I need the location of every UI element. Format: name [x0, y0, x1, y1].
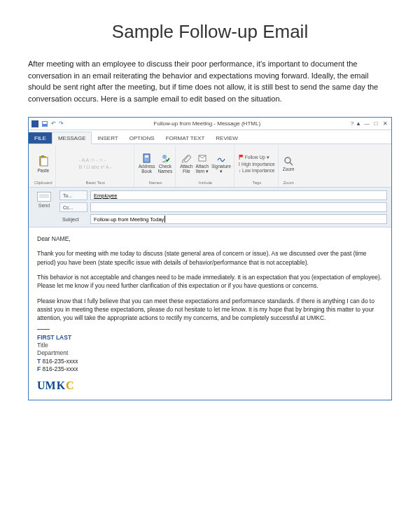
ribbon-group-label: Zoom: [283, 180, 293, 186]
cc-button[interactable]: Cc...: [59, 202, 88, 212]
svg-point-8: [162, 155, 167, 159]
redo-icon[interactable]: ↷: [59, 120, 64, 127]
attach-item-button[interactable]: Attach Item ▾: [196, 153, 209, 174]
flag-icon: [239, 155, 244, 160]
save-icon[interactable]: [41, 120, 48, 127]
window-title: Follow-up from Meeting - Message (HTML): [64, 120, 351, 127]
email-body[interactable]: Dear NAME, Thank you for meeting with me…: [29, 227, 391, 400]
svg-point-10: [285, 158, 290, 163]
to-button[interactable]: To...: [59, 190, 88, 200]
low-importance-button[interactable]: ↓Low Importance: [239, 168, 275, 173]
tab-format-text[interactable]: FORMAT TEXT: [160, 132, 211, 144]
greeting: Dear NAME,: [37, 234, 383, 243]
umkc-logo: UMKC: [37, 378, 383, 393]
zoom-button[interactable]: Zoom: [283, 156, 295, 172]
qat: ↶ ↷: [31, 120, 64, 127]
ribbon-group-zoom: Zoom Zoom: [280, 146, 298, 187]
svg-rect-6: [144, 154, 150, 162]
check-names-button[interactable]: Check Names: [158, 153, 173, 174]
font-controls[interactable]: - A A := - := - B I U abc x² A -: [79, 147, 112, 180]
app-icon: [31, 120, 38, 127]
svg-rect-4: [41, 158, 48, 166]
intro-paragraph: After meeting with an employee to discus…: [28, 58, 392, 104]
ribbon-group-label: Clipboard: [34, 180, 52, 186]
signature-title: Title: [37, 342, 383, 349]
signature-button[interactable]: Signature ▾: [211, 153, 231, 174]
close-button[interactable]: ✕: [382, 120, 388, 127]
attach-item-icon: [197, 153, 207, 163]
ribbon-tabs: FILE MESSAGE INSERT OPTIONS FORMAT TEXT …: [29, 130, 391, 144]
svg-rect-5: [41, 155, 44, 158]
paperclip-icon: [181, 153, 191, 163]
svg-rect-0: [31, 120, 38, 127]
svg-rect-2: [43, 122, 47, 124]
high-importance-button[interactable]: !High Importance: [239, 162, 275, 167]
undo-icon[interactable]: ↶: [51, 120, 56, 127]
ribbon: Paste Clipboard - A A := - := - B I U ab…: [29, 144, 391, 188]
ribbon-group-clipboard: Paste Clipboard: [31, 146, 56, 187]
maximize-button[interactable]: □: [372, 120, 379, 127]
subject-label: Subject: [59, 217, 88, 222]
tab-insert[interactable]: INSERT: [92, 132, 123, 144]
tab-options[interactable]: OPTIONS: [124, 132, 160, 144]
check-names-icon: [160, 153, 170, 163]
signature-name: FIRST LAST: [37, 334, 383, 342]
high-importance-icon: !: [239, 162, 240, 167]
ribbon-group-label: Include: [199, 180, 212, 186]
tab-file[interactable]: FILE: [29, 132, 52, 144]
send-button[interactable]: Send: [33, 190, 55, 224]
ribbon-group-label: Basic Text: [86, 180, 105, 186]
ribbon-group-label: Names: [148, 180, 162, 186]
attach-file-button[interactable]: Attach File: [180, 153, 192, 174]
signature-department: Department: [37, 349, 383, 357]
ribbon-group-basic-text: - A A := - := - B I U abc x² A - Basic T…: [57, 146, 134, 187]
signature-fax: F 816-235-xxxx: [37, 365, 383, 373]
address-book-icon: [142, 153, 152, 163]
paste-icon: [37, 155, 50, 167]
tab-review[interactable]: REVIEW: [210, 132, 244, 144]
cc-field[interactable]: [90, 202, 387, 212]
window-titlebar: ↶ ↷ Follow-up from Meeting - Message (HT…: [29, 118, 391, 130]
minimize-button[interactable]: —: [363, 120, 370, 127]
low-importance-icon: ↓: [239, 168, 241, 173]
signature-icon: [216, 153, 226, 163]
body-paragraph-3: Please know that I fully believe that yo…: [37, 297, 383, 323]
ribbon-group-include: Attach File Attach Item ▾ Signature ▾ In…: [177, 146, 234, 187]
outlook-compose-window: ↶ ↷ Follow-up from Meeting - Message (HT…: [28, 117, 392, 400]
paste-button[interactable]: Paste: [37, 155, 50, 173]
svg-line-11: [290, 162, 293, 165]
ribbon-group-names: Address Book Check Names Names: [136, 146, 176, 187]
to-field[interactable]: Employee: [90, 190, 387, 200]
body-paragraph-1: Thank you for meeting with me today to d…: [37, 249, 383, 267]
follow-up-button[interactable]: Follow Up ▾: [239, 155, 275, 160]
tab-message[interactable]: MESSAGE: [52, 132, 92, 144]
signature-block: FIRST LAST Title Department T 816-235-xx…: [37, 334, 383, 393]
body-paragraph-2: This behavior is not acceptable and chan…: [37, 273, 383, 290]
signature-phone: T 816-235-xxxx: [37, 358, 383, 365]
send-envelope-icon: [37, 192, 51, 202]
page-title: Sample Follow-up Email: [28, 21, 392, 43]
compose-header: Send To... Employee Cc... Subject Follow…: [29, 188, 391, 227]
subject-field[interactable]: Follow-up from Meeting Today: [90, 214, 387, 224]
zoom-icon: [284, 156, 293, 166]
signature-separator: [37, 329, 50, 330]
ribbon-toggle-icon[interactable]: ▲: [356, 120, 361, 127]
ribbon-group-label: Tags: [252, 180, 261, 186]
help-icon[interactable]: ?: [351, 120, 354, 127]
address-book-button[interactable]: Address Book: [139, 153, 155, 174]
svg-rect-7: [145, 155, 148, 158]
ribbon-group-tags: Follow Up ▾ !High Importance ↓Low Import…: [236, 146, 279, 187]
